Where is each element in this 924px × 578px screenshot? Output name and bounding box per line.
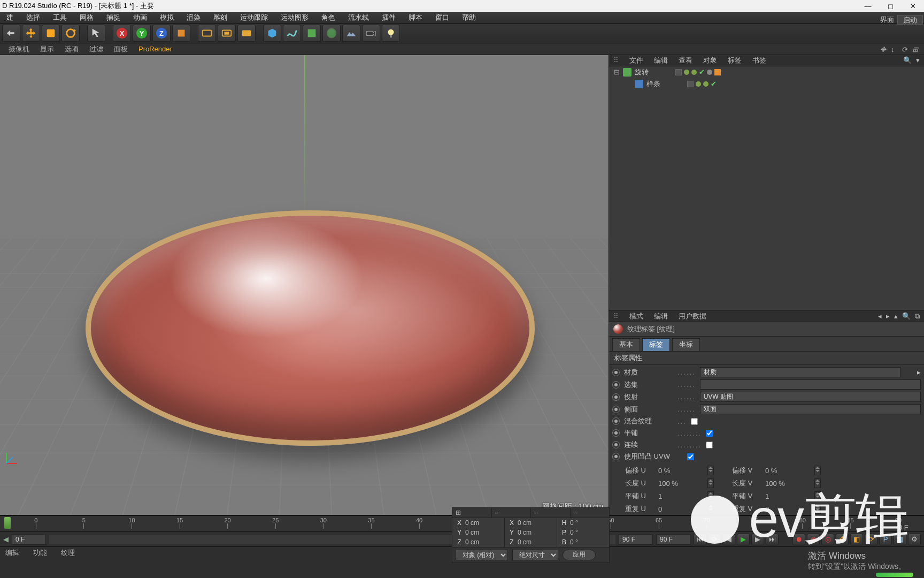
material-picker-icon[interactable]: ▸ <box>917 368 921 376</box>
obj-tab[interactable]: 书签 <box>752 56 766 65</box>
menu-item[interactable]: 雕刻 <box>207 13 234 22</box>
spinner[interactable] <box>814 478 821 488</box>
vp-nav-icon[interactable]: ✥ <box>880 45 888 53</box>
vp-menu[interactable]: 显示 <box>35 44 59 54</box>
pos-z-field[interactable]: 0 cm <box>465 538 479 546</box>
spinner[interactable] <box>814 491 821 501</box>
vp-prorender[interactable]: ProRender <box>133 45 178 53</box>
vp-menu[interactable]: 选项 <box>59 44 84 54</box>
window-maximize-button[interactable]: ◻ <box>887 2 894 10</box>
xpresso-dot-icon[interactable] <box>707 70 712 75</box>
generator-button[interactable] <box>303 25 321 42</box>
vp-menu[interactable]: 过滤 <box>84 44 109 54</box>
rotate-button[interactable] <box>61 25 80 42</box>
mix-checkbox[interactable] <box>691 418 698 425</box>
environment-button[interactable] <box>342 25 360 42</box>
subtab-coord[interactable]: 坐标 <box>672 338 700 351</box>
primitive-button[interactable] <box>263 25 281 42</box>
projection-select[interactable]: UVW 贴图 <box>700 392 921 402</box>
enabled-check-icon[interactable]: ✔ <box>711 80 717 88</box>
menu-item[interactable]: 动画 <box>127 13 153 22</box>
vp-menu[interactable]: 摄像机 <box>3 44 35 54</box>
menu-item[interactable]: 捕捉 <box>100 13 127 22</box>
repeatV-field[interactable]: 0 <box>765 505 811 513</box>
key-scale-button[interactable]: ◧ <box>850 534 863 545</box>
axis-y-button[interactable]: Y <box>133 25 151 42</box>
axis-z-button[interactable]: Z <box>152 25 171 42</box>
visibility-editor-icon[interactable] <box>684 70 689 75</box>
tile-checkbox[interactable] <box>706 430 713 437</box>
vp-menu[interactable]: 面板 <box>109 44 133 54</box>
menu-item[interactable]: 插件 <box>375 13 402 22</box>
attr-tab[interactable]: 编辑 <box>654 311 668 321</box>
menu-item[interactable]: 帮助 <box>456 13 482 22</box>
new-tab-icon[interactable]: ⧉ <box>915 312 920 321</box>
spinner[interactable] <box>707 478 714 488</box>
camera-button[interactable] <box>362 25 380 42</box>
menu-item[interactable]: 角色 <box>315 13 342 22</box>
lengthU-field[interactable]: 100 % <box>658 480 704 488</box>
menu-item[interactable]: 流水线 <box>342 13 375 22</box>
menu-item[interactable]: 运动图形 <box>274 13 315 22</box>
repeatU-field[interactable]: 0 <box>658 505 704 513</box>
undo-button[interactable] <box>2 25 20 42</box>
coordinate-system-button[interactable] <box>172 25 190 42</box>
loop-button[interactable]: ⟳ <box>708 534 721 545</box>
render-settings-button[interactable] <box>237 25 256 42</box>
menu-item[interactable]: 渲染 <box>180 13 207 22</box>
spinner[interactable] <box>707 491 714 501</box>
nav-back-icon[interactable]: ◂ <box>878 312 882 321</box>
key-pos-button[interactable]: ✥ <box>836 534 849 545</box>
obj-tab[interactable]: 标签 <box>728 56 742 65</box>
menu-item[interactable]: 脚本 <box>402 13 429 22</box>
nav-up-icon[interactable]: ▴ <box>894 312 898 321</box>
keys-button[interactable]: ◎ <box>821 534 834 545</box>
visibility-render-icon[interactable] <box>703 81 709 87</box>
layer-icon[interactable] <box>675 69 682 75</box>
vp-nav-icon[interactable]: ⟳ <box>902 45 909 53</box>
size-x-field[interactable]: 0 cm <box>518 519 532 527</box>
attr-tab[interactable]: 模式 <box>629 311 643 321</box>
light-button[interactable] <box>382 25 400 42</box>
play-button[interactable]: ▶ <box>737 534 750 545</box>
layer-icon[interactable] <box>687 81 694 87</box>
tree-expander-icon[interactable]: ⊟ <box>613 68 620 76</box>
autokey-button[interactable]: ◉ <box>807 534 820 545</box>
vp-nav-icon[interactable]: ⊞ <box>912 45 920 53</box>
pos-x-field[interactable]: 0 cm <box>465 519 479 527</box>
menu-item[interactable]: 工具 <box>47 13 73 22</box>
tree-row-lathe[interactable]: ⊟ 旋转 ✔ <box>609 66 924 78</box>
offsetV-field[interactable]: 0 % <box>765 467 811 475</box>
layout-combo[interactable]: 启动 <box>897 15 923 25</box>
step-back-button[interactable]: ◀ <box>722 534 735 545</box>
seam-checkbox[interactable] <box>706 442 713 448</box>
rot-h-field[interactable]: 0 ° <box>570 519 578 527</box>
usebump-checkbox[interactable] <box>687 453 694 460</box>
end-frame-input[interactable] <box>619 534 653 545</box>
coord-rel-select[interactable]: 对象 (相对) <box>456 550 508 560</box>
menu-item[interactable]: 网格 <box>73 13 100 22</box>
obj-tab[interactable]: 对象 <box>703 56 717 65</box>
pick-icon[interactable]: 🔍 <box>902 312 911 321</box>
move-button[interactable] <box>22 25 40 42</box>
spinner[interactable] <box>707 504 714 514</box>
obj-tab[interactable]: 编辑 <box>654 56 668 65</box>
pos-y-field[interactable]: 0 cm <box>465 529 479 536</box>
start-frame-input[interactable] <box>12 534 46 545</box>
offsetU-field[interactable]: 0 % <box>658 467 704 475</box>
key-rot-button[interactable]: ⟳ <box>865 534 877 545</box>
goto-end-button[interactable]: ⏭ <box>766 534 779 545</box>
lengthV-field[interactable]: 100 % <box>765 480 811 488</box>
window-close-button[interactable]: ✕ <box>909 2 917 10</box>
rot-b-field[interactable]: 0 ° <box>570 538 578 546</box>
material-tag-icon[interactable] <box>714 69 721 75</box>
render-region-button[interactable] <box>218 25 236 42</box>
size-y-field[interactable]: 0 cm <box>518 529 532 536</box>
tileV-field[interactable]: 1 <box>765 492 811 500</box>
goto-start-button[interactable]: ⏮ <box>694 534 706 545</box>
menu-item[interactable]: 窗口 <box>429 13 456 22</box>
obj-tab[interactable]: 查看 <box>679 56 692 65</box>
end-frame-input2[interactable] <box>656 534 690 545</box>
menu-item[interactable]: 模拟 <box>153 13 180 22</box>
subtab-basic[interactable]: 基本 <box>612 338 640 351</box>
